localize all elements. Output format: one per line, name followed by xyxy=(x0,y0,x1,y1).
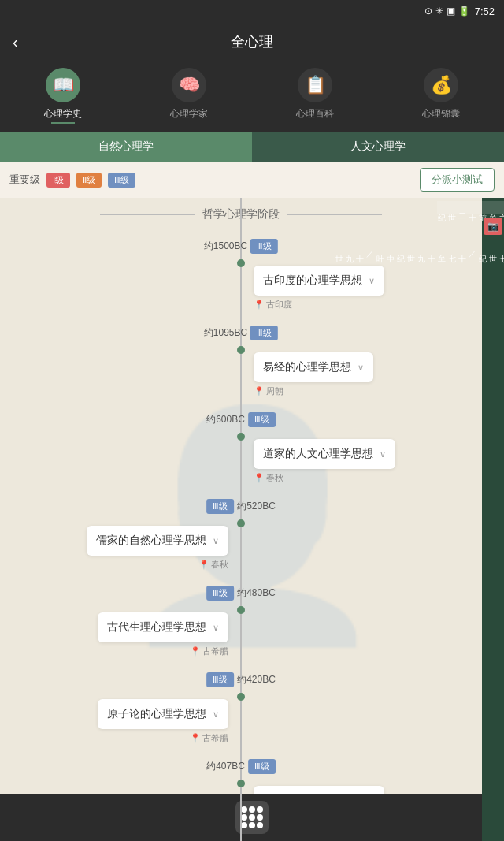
nav-tab-tips-label: 心理锦囊 xyxy=(422,107,460,121)
header: ‹ 全心理 xyxy=(0,22,504,61)
active-underline xyxy=(51,122,75,124)
tl-badge-4: Ⅲ级 xyxy=(206,499,234,514)
tl-badge-5: Ⅲ级 xyxy=(206,586,234,601)
tl-card-3[interactable]: 道家的人文心理学思想 ∨ xyxy=(254,439,395,469)
tl-right-4 xyxy=(241,491,482,578)
sidebar-period-2[interactable]: 公元前六至公元五世纪／五至十七世纪／十七至十九世纪中叶／十九世 xyxy=(335,238,505,259)
battery-icon: 🔋 xyxy=(458,6,470,17)
tl-card-4[interactable]: 儒家的自然心理学思想 ∨ xyxy=(87,526,228,556)
tl-date-7: 约407BC Ⅲ级 xyxy=(206,759,276,774)
sidebar-period-1[interactable]: 公元前十六至前十二世纪 xyxy=(437,201,505,214)
tl-card-5[interactable]: 古代生理心理学思想 ∨ xyxy=(98,612,228,642)
back-button[interactable]: ‹ xyxy=(13,33,18,51)
tl-date-2: 约1095BC Ⅲ级 xyxy=(204,326,278,340)
legend-row: 重要级 Ⅰ级 Ⅱ级 Ⅲ级 分派小测试 xyxy=(0,162,504,198)
psychologist-icon: 🧠 xyxy=(172,68,206,102)
tl-badge-2: Ⅲ级 xyxy=(250,326,278,340)
nav-tab-psychologist-label: 心理学家 xyxy=(170,107,208,121)
tl-right-6 xyxy=(241,664,482,751)
tl-date-1: 约1500BC Ⅲ级 xyxy=(204,239,278,254)
tl-date-5: 约480BC Ⅲ级 xyxy=(206,586,276,601)
tl-dot-6 xyxy=(237,693,245,701)
tl-location-1: 📍 古印度 xyxy=(254,299,292,311)
tl-dot-7 xyxy=(237,780,245,787)
tl-left-5: 古代生理心理学思想 ∨ 📍 古希腊 xyxy=(0,578,241,664)
tl-dot-3 xyxy=(237,433,245,441)
tl-dot-4 xyxy=(237,519,245,527)
tl-badge-3: Ⅲ级 xyxy=(248,412,276,427)
test-button[interactable]: 分派小测试 xyxy=(420,168,495,192)
tl-date-4: 约520BC Ⅲ级 xyxy=(206,499,276,514)
bottom-bar xyxy=(0,794,504,841)
tl-date-3: 约600BC Ⅲ级 xyxy=(206,412,276,427)
dots-grid xyxy=(241,806,263,828)
category-tabs: 自然心理学 人文心理学 xyxy=(0,132,504,162)
badge-level2: Ⅱ级 xyxy=(76,173,102,188)
nav-tab-tips[interactable]: 💰 心理锦囊 xyxy=(410,68,472,124)
tl-dot-5 xyxy=(237,606,245,614)
timeline-wrap: 哲学心理学阶段 约1500BC Ⅲ级 古印度的心理学思想 ∨ 📍 古印度 xyxy=(0,198,482,841)
wifi-icon: ⊙ xyxy=(424,6,432,17)
signal-icon: ▣ xyxy=(447,6,455,17)
tl-badge-6: Ⅲ级 xyxy=(206,672,234,687)
badge-level3: Ⅲ级 xyxy=(108,173,135,188)
right-sidebar: 公元前十六至前十二世纪 📷 公元前六至公元五世纪／五至十七世纪／十七至十九世纪中… xyxy=(482,198,504,841)
tl-location-4: 📍 春秋 xyxy=(198,559,228,571)
legend-label: 重要级 xyxy=(9,173,40,187)
status-time: 7:52 xyxy=(475,6,495,17)
tl-card-2[interactable]: 易经的心理学思想 ∨ xyxy=(254,352,373,382)
tl-badge-1: Ⅲ级 xyxy=(250,239,278,254)
history-icon: 📖 xyxy=(46,68,80,102)
badge-level1: Ⅰ级 xyxy=(46,173,70,188)
bluetooth-icon: ✳ xyxy=(435,6,443,17)
cat-tab-natural[interactable]: 自然心理学 xyxy=(0,132,252,162)
app-title: 全心理 xyxy=(231,32,273,51)
camera-icon[interactable]: 📷 xyxy=(484,218,502,235)
tl-left-6: 原子论的心理学思想 ∨ 📍 古希腊 xyxy=(0,664,241,751)
nav-tab-history[interactable]: 📖 心理学史 xyxy=(32,68,94,124)
tl-card-6[interactable]: 原子论的心理学思想 ∨ xyxy=(98,699,228,729)
tl-card-1[interactable]: 古印度的心理学思想 ∨ xyxy=(254,266,384,296)
status-bar: ⊙ ✳ ▣ 🔋 7:52 xyxy=(0,0,504,22)
encyclopedia-icon: 📋 xyxy=(298,68,332,102)
tl-left-4: 儒家的自然心理学思想 ∨ 📍 春秋 xyxy=(0,491,241,578)
tl-location-2: 📍 周朝 xyxy=(254,385,284,397)
tips-icon: 💰 xyxy=(424,68,458,102)
tl-dot-1 xyxy=(237,259,245,267)
tl-date-6: 约420BC Ⅲ级 xyxy=(206,672,276,687)
main-content: 👤 哲学心理学阶段 约1500BC Ⅲ级 古印度的心理学思想 ∨ 📍 xyxy=(0,198,504,841)
nav-tabs: 📖 心理学史 🧠 心理学家 📋 心理百科 💰 心理锦囊 xyxy=(0,61,504,132)
tl-badge-7: Ⅲ级 xyxy=(248,759,276,774)
status-icons: ⊙ ✳ ▣ 🔋 xyxy=(424,6,470,17)
nav-tab-psychologist[interactable]: 🧠 心理学家 xyxy=(158,68,220,124)
tl-right-3: 道家的人文心理学思想 ∨ 📍 春秋 xyxy=(241,404,482,491)
tl-right-5 xyxy=(241,578,482,664)
nav-tab-encyclopedia[interactable]: 📋 心理百科 xyxy=(284,68,346,124)
tl-location-3: 📍 春秋 xyxy=(254,472,284,484)
tl-location-6: 📍 古希腊 xyxy=(190,732,228,744)
tl-location-5: 📍 古希腊 xyxy=(190,646,228,657)
tl-left-3 xyxy=(0,404,241,491)
cat-tab-humanistic[interactable]: 人文心理学 xyxy=(252,132,504,162)
tl-dot-2 xyxy=(237,346,245,354)
nav-tab-history-label: 心理学史 xyxy=(44,107,82,121)
nav-tab-encyclopedia-label: 心理百科 xyxy=(296,107,334,121)
